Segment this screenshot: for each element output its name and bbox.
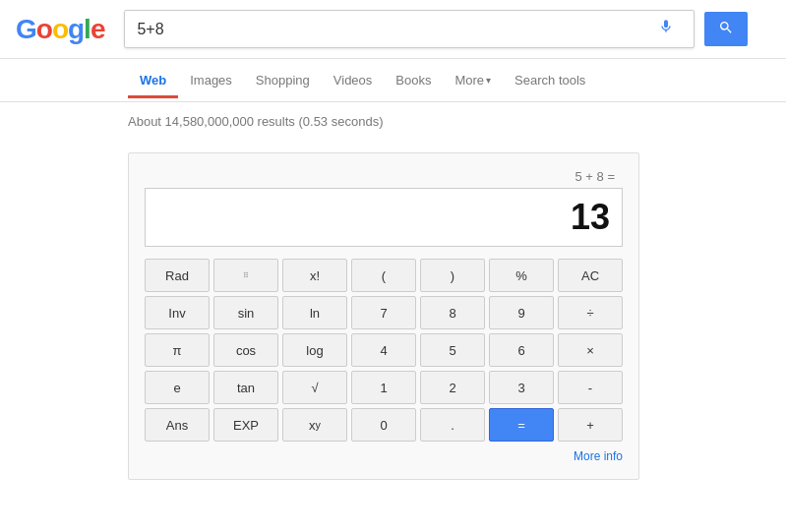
calc-dot[interactable]: .: [420, 408, 485, 442]
calc-cos[interactable]: cos: [213, 333, 278, 367]
results-count: About 14,580,000,000 results (0.53 secon…: [0, 106, 786, 137]
calc-4[interactable]: 4: [351, 333, 416, 367]
calc-grid[interactable]: ⠿: [213, 259, 278, 292]
calc-3[interactable]: 3: [489, 371, 554, 404]
nav-more[interactable]: More ▾: [443, 63, 503, 97]
calc-ans[interactable]: Ans: [145, 408, 210, 442]
calc-power[interactable]: xy: [282, 408, 347, 442]
calc-7[interactable]: 7: [351, 296, 416, 329]
calc-open-paren[interactable]: (: [351, 259, 416, 292]
calc-sqrt[interactable]: √: [282, 371, 347, 404]
calc-expression: 5 + 8 =: [145, 169, 623, 184]
calc-percent[interactable]: %: [489, 259, 554, 292]
calc-5[interactable]: 5: [420, 333, 485, 367]
calc-6[interactable]: 6: [489, 333, 554, 367]
calc-display: 13: [145, 188, 623, 247]
header: Google: [0, 0, 786, 59]
calc-close-paren[interactable]: ): [420, 259, 485, 292]
chevron-down-icon: ▾: [486, 75, 491, 86]
more-info-link[interactable]: More info: [145, 449, 623, 463]
calc-e[interactable]: e: [145, 371, 210, 404]
calc-inv[interactable]: Inv: [145, 296, 210, 329]
nav-books[interactable]: Books: [384, 63, 443, 97]
calc-8[interactable]: 8: [420, 296, 485, 329]
microphone-icon[interactable]: [658, 17, 674, 41]
search-bar: [124, 10, 695, 48]
calc-tan[interactable]: tan: [213, 371, 278, 404]
calc-log[interactable]: log: [282, 333, 347, 367]
calc-keypad: Rad ⠿ x! ( ) % AC Inv sin ln 7 8 9 ÷ π c…: [145, 259, 623, 442]
nav-shopping[interactable]: Shopping: [244, 63, 322, 97]
calc-2[interactable]: 2: [420, 371, 485, 404]
calc-0[interactable]: 0: [351, 408, 416, 442]
calc-9[interactable]: 9: [489, 296, 554, 329]
calc-divide[interactable]: ÷: [558, 296, 623, 329]
nav-images[interactable]: Images: [178, 63, 244, 97]
search-button[interactable]: [704, 12, 748, 46]
calc-multiply[interactable]: ×: [558, 333, 623, 367]
calc-pi[interactable]: π: [145, 333, 210, 367]
search-input[interactable]: [137, 21, 650, 38]
more-label: More: [454, 73, 484, 88]
calc-sin[interactable]: sin: [213, 296, 278, 329]
nav-videos[interactable]: Videos: [322, 63, 385, 97]
calc-ln[interactable]: ln: [282, 296, 347, 329]
search-nav: Web Images Shopping Videos Books More ▾ …: [0, 59, 786, 102]
calc-1[interactable]: 1: [351, 371, 416, 404]
nav-search-tools[interactable]: Search tools: [503, 63, 597, 97]
calc-plus[interactable]: +: [558, 408, 623, 442]
google-logo: Google: [16, 14, 104, 45]
calc-equals[interactable]: =: [489, 408, 554, 442]
calculator: 5 + 8 = 13 Rad ⠿ x! ( ) % AC Inv sin ln …: [128, 152, 639, 480]
calc-factorial[interactable]: x!: [282, 259, 347, 292]
calc-exp[interactable]: EXP: [213, 408, 278, 442]
nav-web[interactable]: Web: [128, 63, 178, 97]
calc-minus[interactable]: -: [558, 371, 623, 404]
calc-rad[interactable]: Rad: [145, 259, 210, 292]
calc-ac[interactable]: AC: [558, 259, 623, 292]
